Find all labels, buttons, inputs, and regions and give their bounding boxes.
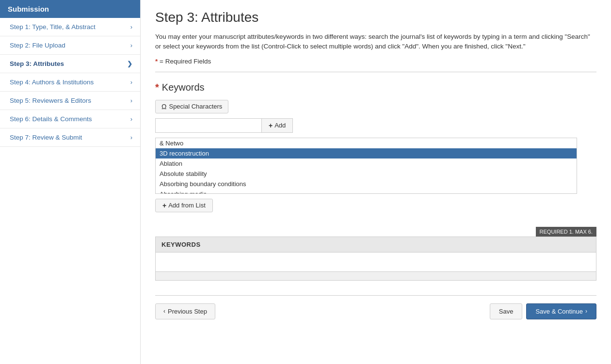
chevron-left-icon: ‹: [163, 308, 165, 315]
sidebar-title: Submission: [0, 0, 140, 18]
chevron-right-icon: ›: [130, 79, 132, 86]
add-keyword-button[interactable]: + Add: [262, 118, 293, 133]
list-item[interactable]: Absorbing boundary conditions: [156, 179, 577, 189]
required-star: *: [155, 58, 158, 65]
special-chars-row: Ω Special Characters: [155, 100, 596, 118]
add-from-list-button[interactable]: + Add from List: [155, 199, 213, 212]
chevron-right-icon: ›: [130, 97, 132, 104]
special-characters-button[interactable]: Ω Special Characters: [155, 100, 228, 113]
sidebar-item-label-step5: Step 5: Reviewers & Editors: [10, 97, 91, 104]
list-item[interactable]: Absorbing media: [156, 189, 577, 194]
save-button[interactable]: Save: [490, 303, 523, 319]
add-button-label: Add: [274, 122, 286, 129]
chevron-right-icon: ›: [130, 42, 132, 49]
omega-icon: Ω: [161, 103, 166, 111]
sidebar-item-step7[interactable]: Step 7: Review & Submit ›: [0, 128, 140, 147]
add-from-list-label: Add from List: [168, 202, 206, 209]
required-fields-note: * = Required Fields: [155, 58, 596, 65]
chevron-right-icon: ›: [130, 23, 132, 31]
list-item[interactable]: 3D reconstruction: [156, 148, 577, 158]
sidebar-item-step2[interactable]: Step 2: File Upload ›: [0, 36, 140, 55]
chevron-right-bold-icon: ❯: [127, 60, 132, 67]
divider: [155, 72, 596, 72]
keywords-table-header: KEYWORDS: [155, 237, 596, 253]
horizontal-scrollbar[interactable]: [155, 272, 596, 281]
add-from-list-row: + Add from List: [155, 199, 596, 222]
sidebar: Submission Step 1: Type, Title, & Abstra…: [0, 0, 141, 364]
save-label: Save: [499, 308, 514, 315]
keywords-column-header: KEYWORDS: [161, 241, 201, 248]
special-chars-label: Special Characters: [169, 103, 222, 110]
sidebar-item-label-step1: Step 1: Type, Title, & Abstract: [10, 23, 96, 31]
sidebar-item-step6[interactable]: Step 6: Details & Comments ›: [0, 110, 140, 128]
sidebar-item-label-step4: Step 4: Authors & Institutions: [10, 79, 94, 86]
sidebar-item-label-step7: Step 7: Review & Submit: [10, 134, 82, 141]
plus-icon: +: [162, 202, 166, 209]
sidebar-item-step3[interactable]: Step 3: Attributes ❯: [0, 55, 140, 73]
chevron-right-icon: ›: [130, 115, 132, 123]
keywords-table-body: [155, 253, 596, 272]
sidebar-item-label-step3: Step 3: Attributes: [10, 60, 64, 67]
save-continue-label: Save & Continue: [535, 308, 583, 315]
sidebar-item-step5[interactable]: Step 5: Reviewers & Editors ›: [0, 92, 140, 110]
description-text: You may enter your manuscript attributes…: [155, 32, 596, 52]
chevron-right-icon: ›: [130, 134, 132, 141]
keywords-listbox[interactable]: & Netwo 3D reconstruction Ablation Absol…: [155, 138, 577, 194]
chevron-right-icon: ›: [585, 308, 587, 315]
list-item[interactable]: & Netwo: [156, 138, 577, 148]
sidebar-item-step4[interactable]: Step 4: Authors & Institutions ›: [0, 73, 140, 92]
plus-icon: +: [269, 122, 273, 129]
page-title: Step 3: Attributes: [155, 10, 596, 25]
list-item[interactable]: Absolute stability: [156, 169, 577, 179]
keyword-input-row: + Add: [155, 118, 596, 133]
save-continue-button[interactable]: Save & Continue ›: [526, 303, 596, 319]
keywords-section-title: * Keywords: [155, 82, 596, 93]
sidebar-item-step1[interactable]: Step 1: Type, Title, & Abstract ›: [0, 18, 140, 36]
keywords-title-text: Keywords: [162, 82, 205, 93]
keyword-search-input[interactable]: [155, 118, 262, 133]
list-item[interactable]: Ablation: [156, 158, 577, 169]
footer-right-buttons: Save Save & Continue ›: [490, 303, 596, 319]
prev-step-label: Previous Step: [168, 308, 207, 315]
sidebar-item-label-step6: Step 6: Details & Comments: [10, 115, 92, 123]
footer: ‹ Previous Step Save Save & Continue ›: [155, 295, 596, 324]
required-badge: REQUIRED 1. MAX 6.: [536, 227, 596, 237]
required-fields-text: = Required Fields: [160, 58, 211, 65]
main-content: Step 3: Attributes You may enter your ma…: [141, 0, 611, 364]
keywords-required-star: *: [155, 82, 159, 93]
previous-step-button[interactable]: ‹ Previous Step: [155, 303, 215, 319]
sidebar-item-label-step2: Step 2: File Upload: [10, 42, 65, 49]
